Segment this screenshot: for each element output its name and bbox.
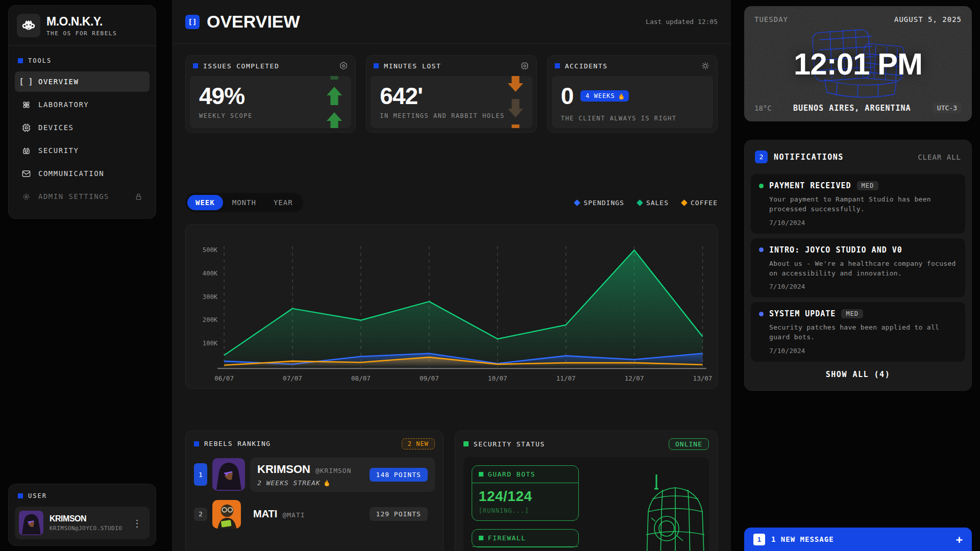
message-text: 1 NEW MESSAGE (771, 535, 834, 543)
avatar (212, 458, 245, 491)
notification-date: 7/10/2024 (769, 347, 957, 355)
card-bullet (463, 441, 469, 446)
svg-text:06/07: 06/07 (214, 374, 234, 382)
notification-system-update[interactable]: SYSTEM UPDATE MED Security patches have … (751, 302, 965, 362)
stat-title: ISSUES COMPLETED (203, 62, 279, 70)
svg-text:11/07: 11/07 (556, 374, 576, 382)
sidebar-item-devices[interactable]: DEVICES (15, 117, 150, 138)
avatar (212, 500, 241, 529)
guard-bots-count: 124/124 (479, 488, 572, 505)
tab-week[interactable]: WEEK (187, 195, 223, 210)
tab-month[interactable]: MONTH (224, 195, 264, 210)
main-panel: [] OVERVIEW Last updated 12:05 ISSUES CO… (172, 0, 731, 551)
chart-section: WEEK MONTH YEAR SPENDINGS SALES (185, 193, 718, 389)
tools-section-label: TOOLS (15, 53, 150, 71)
hex-settings-icon[interactable] (339, 61, 348, 70)
sun-settings-icon[interactable] (701, 61, 710, 70)
notifications-title: NOTIFICATIONS (774, 153, 844, 162)
user-email: KRIMSON@JOYCO.STUDIO (50, 525, 122, 532)
chart-range-tabs: WEEK MONTH YEAR (185, 193, 303, 212)
left-sidebar: M.O.N.K.Y. THE OS FOR REBELS TOOLS [ ] O… (0, 0, 156, 551)
clock-temperature: 18°C (754, 104, 772, 112)
stat-card-minutes-lost: MINUTES LOST 642' IN MEETINGS AND RABBIT… (366, 55, 536, 133)
legend-coffee: COFFEE (682, 199, 718, 207)
firewall-module: FIREWALL (472, 529, 579, 547)
brackets-icon: [ ] (21, 77, 31, 87)
notification-body: About us - We're a healthcare company fo… (769, 259, 957, 279)
flame-icon (324, 479, 329, 486)
sidebar-item-laboratory[interactable]: LABORATORY (15, 94, 150, 115)
show-all-button[interactable]: SHOW ALL (4) (751, 362, 965, 384)
chart-canvas: 100K200K300K400K500K06/0707/0708/0709/07… (190, 230, 713, 387)
diamond-icon (574, 199, 581, 206)
guard-bots-state: [RUNNING...] (479, 507, 572, 514)
rank-name: MATI (253, 508, 277, 520)
main-header: [] OVERVIEW Last updated 12:05 (172, 0, 731, 44)
stat-value: 642' (380, 84, 523, 108)
accidents-streak-badge: 4 WEEKS (580, 90, 629, 102)
atom-icon (21, 99, 31, 110)
module-bullet (479, 472, 483, 477)
diamond-icon (681, 199, 688, 206)
svg-text:10/07: 10/07 (488, 374, 507, 382)
card-bullet (194, 441, 199, 446)
stat-card-issues-completed: ISSUES COMPLETED 49% WEEKLY SCOPE (185, 55, 356, 133)
sidebar-item-admin-settings[interactable]: ADMIN SETTINGS (15, 186, 150, 207)
stat-caption: IN MEETINGS AND RABBIT HOLES (380, 112, 523, 119)
plus-icon[interactable]: + (956, 533, 963, 546)
new-message-bar[interactable]: 1 1 NEW MESSAGE + (744, 528, 972, 551)
lock-icon (133, 191, 143, 202)
rank-badge: 1 (194, 463, 207, 486)
clock-widget: TUESDAY AUGUST 5, 2025 12:01 PM 18°C BUE… (744, 6, 972, 121)
stat-title: MINUTES LOST (384, 62, 441, 70)
clock-time: 12:01 PM (794, 46, 922, 82)
sidebar-item-security[interactable]: SECURITY (15, 140, 150, 161)
user-menu-dots-icon[interactable]: ⋮ (128, 518, 145, 529)
app-subtitle: THE OS FOR REBELS (46, 30, 117, 37)
rank-handle: @MATI (282, 511, 305, 519)
line-chart: 100K200K300K400K500K06/0707/0708/0709/07… (185, 224, 718, 389)
ranking-title: REBELS RANKING (204, 440, 271, 447)
stats-row: ISSUES COMPLETED 49% WEEKLY SCOPE (185, 55, 718, 133)
ranking-row-1[interactable]: 1 KRIMSON (194, 458, 435, 492)
user-profile[interactable]: KRIMSON KRIMSON@JOYCO.STUDIO ⋮ (15, 507, 150, 539)
clock-timezone: UTC-3 (933, 103, 962, 113)
card-bullet (555, 63, 560, 68)
chart-legend: SPENDINGS SALES COFFEE (575, 199, 718, 207)
sidebar-item-overview[interactable]: [ ] OVERVIEW (15, 71, 150, 92)
chip-settings-icon[interactable] (520, 61, 529, 70)
legend-spendings: SPENDINGS (575, 199, 624, 207)
flame-icon (618, 92, 624, 99)
notification-payment-received[interactable]: PAYMENT RECEIVED MED Your payment to Ram… (751, 174, 965, 234)
app-title: M.O.N.K.Y. (46, 15, 117, 29)
svg-text:12/07: 12/07 (625, 374, 644, 382)
svg-text:13/07: 13/07 (693, 374, 713, 382)
right-sidebar: TUESDAY AUGUST 5, 2025 12:01 PM 18°C BUE… (744, 0, 980, 551)
section-bullet (18, 493, 23, 498)
tab-year[interactable]: YEAR (265, 195, 301, 210)
legend-sales: SALES (638, 199, 669, 207)
ranking-row-2[interactable]: 2 MATI @MA (194, 500, 435, 529)
ranking-new-badge: 2 NEW (402, 438, 435, 449)
trend-down-arrows-icon (507, 76, 524, 128)
clear-all-button[interactable]: CLEAR ALL (918, 153, 961, 161)
notification-date: 7/10/2024 (769, 283, 957, 290)
notification-body: Security patches have been applied to al… (769, 323, 957, 342)
avatar (19, 511, 43, 535)
online-badge: ONLINE (669, 438, 709, 450)
gear-icon (21, 191, 31, 202)
robot-icon (21, 145, 31, 156)
sidebar-item-communication[interactable]: COMMUNICATION (15, 163, 150, 184)
stat-caption: WEEKLY SCOPE (199, 112, 342, 119)
card-bullet (193, 63, 198, 68)
monkey-logo-icon (17, 14, 40, 37)
stat-value: 49% (199, 84, 342, 108)
trend-up-arrows-icon (326, 76, 343, 128)
status-dot (759, 312, 764, 316)
rebels-ranking-card: REBELS RANKING 2 NEW 1 (185, 431, 444, 551)
rank-badge: 2 (194, 508, 207, 521)
notification-body: Your payment to Rampant Studio has been … (769, 195, 957, 214)
svg-text:200K: 200K (203, 316, 218, 323)
notification-intro[interactable]: INTRO: JOYCO STUDIO AND V0 About us - We… (751, 238, 965, 298)
stat-title: ACCIDENTS (565, 62, 608, 70)
